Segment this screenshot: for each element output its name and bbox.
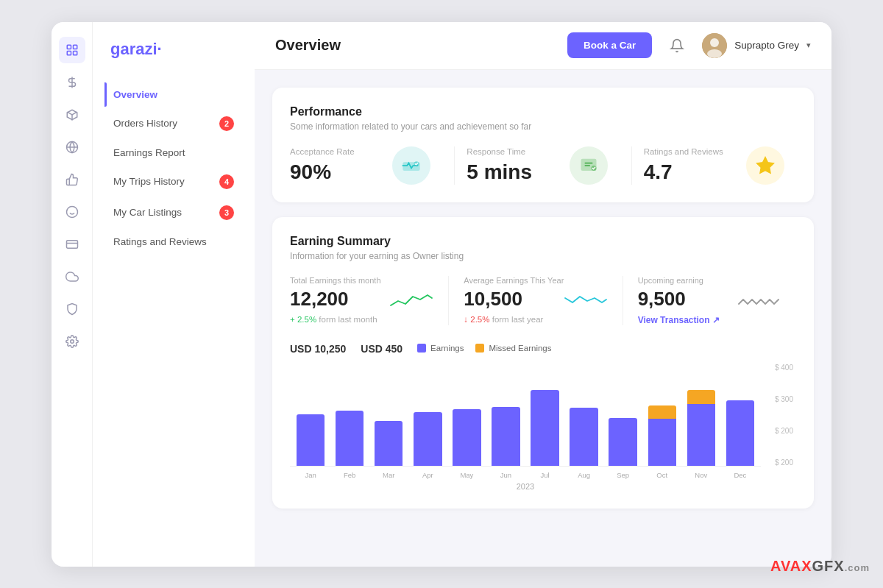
bar-main [609, 418, 636, 466]
sidebar-item-orders-history[interactable]: Orders History 2 [104, 110, 243, 138]
legend-missed-dot [475, 344, 484, 353]
bar-main [492, 407, 519, 466]
earning-upcoming: Upcoming earning 9,500 View Transaction … [623, 276, 796, 325]
sidebar-item-car-listings[interactable]: My Car Listings 3 [104, 199, 243, 227]
view-transaction-link[interactable]: View Transaction ↗ [638, 315, 781, 325]
bar-label: Sep [606, 471, 641, 479]
chart-header: USD 10,250 USD 450 Earnings Missed Earni… [290, 343, 796, 355]
svg-point-13 [70, 339, 74, 343]
user-menu[interactable]: Suprapto Grey ▾ [702, 33, 811, 58]
x-labels: JanFebMarAprMayJunJulAugSepOctNovDec [290, 471, 761, 479]
header: Overview Book a Car Suprapto Grey ▾ [255, 22, 831, 70]
performance-grid: Acceptance Rate 90% Response Time 5 mins [290, 146, 796, 185]
performance-card: Performance Some information related to … [272, 88, 814, 202]
bar-missed [648, 405, 676, 419]
earning-total: Total Earnings this month 12,200 + 2.5% … [290, 276, 448, 325]
earning-upcoming-value: 9,500 [638, 288, 686, 311]
ratings-icon-wrap [746, 146, 784, 185]
perf-ratings-label: Ratings and Reviews [644, 147, 723, 156]
earning-title: Earning Summary [290, 235, 796, 248]
bar-label: Apr [410, 471, 445, 479]
perf-response-label: Response Time [467, 147, 532, 156]
earning-upcoming-label: Upcoming earning [638, 276, 781, 285]
bar-main [297, 414, 325, 466]
bar-group [645, 364, 680, 466]
username: Suprapto Grey [734, 40, 799, 51]
header-right: Book a Car Suprapto Grey ▾ [567, 32, 811, 59]
bar-main [531, 390, 558, 465]
svg-point-15 [710, 38, 719, 47]
legend-earnings-dot [417, 344, 426, 353]
page-title: Overview [275, 37, 341, 54]
bar-group [527, 364, 562, 466]
sparkline-upcoming [737, 289, 781, 313]
chart-amount2: USD 450 [361, 343, 403, 355]
svg-rect-1 [73, 45, 77, 49]
svg-rect-3 [73, 51, 77, 54]
svg-rect-11 [66, 240, 77, 248]
chart-area: JanFebMarAprMayJunJulAugSepOctNovDec 202… [290, 364, 796, 491]
bar-main [375, 421, 403, 465]
icon-box[interactable] [59, 102, 85, 128]
bar-group [371, 364, 406, 466]
icon-dashboard[interactable] [59, 37, 85, 63]
bar-group [332, 364, 367, 466]
icon-settings[interactable] [59, 328, 85, 355]
icon-cloud[interactable] [59, 263, 85, 290]
sparkline-total [389, 289, 433, 313]
earning-subtitle: Information for your earning as Owner li… [290, 251, 796, 261]
response-icon-wrap [570, 146, 608, 185]
icon-card[interactable] [59, 231, 85, 258]
svg-marker-21 [756, 157, 773, 173]
icon-rail [52, 22, 93, 567]
bar-label: Oct [645, 471, 680, 479]
bar-main [648, 419, 676, 465]
bar-group [606, 364, 641, 466]
perf-ratings-value: 4.7 [644, 160, 723, 184]
earning-avg-label: Average Earnings This Year [464, 276, 607, 285]
avatar [702, 33, 727, 58]
trips-badge: 4 [219, 174, 234, 189]
bar-main [453, 409, 480, 465]
bar-main [726, 400, 754, 465]
sidebar-item-ratings-reviews[interactable]: Ratings and Reviews [104, 230, 243, 254]
perf-response: Response Time 5 mins [454, 146, 619, 185]
icon-globe[interactable] [59, 134, 85, 160]
bar-main [414, 412, 442, 465]
icon-dollar[interactable] [59, 69, 85, 96]
sparkline-avg [564, 289, 608, 313]
book-car-button[interactable]: Book a Car [567, 32, 652, 58]
icon-thumb[interactable] [59, 166, 85, 193]
bar-missed [687, 390, 715, 404]
icon-smile[interactable] [59, 199, 85, 225]
sidebar-item-trips-history[interactable]: My Trips History 4 [104, 168, 243, 196]
bar-group [488, 364, 523, 466]
bar-label: Aug [567, 471, 602, 479]
svg-point-8 [66, 206, 77, 217]
legend-earnings: Earnings [417, 344, 464, 353]
notification-bell-icon[interactable] [664, 32, 690, 59]
bar-group [293, 364, 328, 466]
orders-badge: 2 [219, 116, 234, 131]
svg-rect-0 [67, 45, 71, 49]
perf-acceptance-value: 90% [290, 160, 355, 184]
perf-acceptance-label: Acceptance Rate [290, 147, 355, 156]
performance-subtitle: Some information related to your cars an… [290, 121, 796, 132]
main-content: Overview Book a Car Suprapto Grey ▾ P [255, 22, 831, 567]
perf-ratings: Ratings and Reviews 4.7 [631, 146, 796, 185]
chart-section: USD 10,250 USD 450 Earnings Missed Earni… [290, 343, 796, 491]
perf-acceptance: Acceptance Rate 90% [290, 146, 442, 185]
bar-label: Jan [293, 471, 328, 479]
icon-shield[interactable] [59, 296, 85, 322]
earning-avg-value: 10,500 [464, 288, 522, 311]
performance-title: Performance [290, 105, 796, 118]
sidebar-item-overview[interactable]: Overview [104, 82, 243, 107]
bar-group [410, 364, 445, 466]
svg-point-16 [707, 49, 722, 58]
sidebar-item-earnings-report[interactable]: Earnings Report [104, 141, 243, 165]
bar-group [684, 364, 719, 466]
chart-amount1: USD 10,250 [290, 343, 346, 355]
bar-group [723, 364, 758, 466]
earning-avg: Average Earnings This Year 10,500 ↓ 2.5%… [448, 276, 622, 325]
content-area: Performance Some information related to … [255, 70, 831, 567]
